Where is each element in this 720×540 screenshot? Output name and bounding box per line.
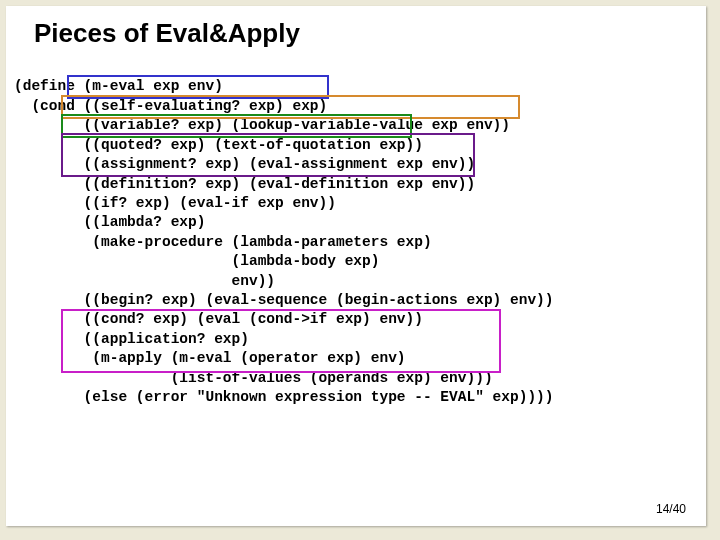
highlight-assign-def (61, 133, 475, 177)
code-line: ((if? exp) (eval-if exp env)) (14, 195, 336, 211)
code-line: (lambda-body exp) (14, 253, 379, 269)
code-line: (else (error "Unknown expression type --… (14, 389, 554, 405)
slide: Pieces of Eval&Apply (define (m-eval exp… (6, 6, 706, 526)
slide-title: Pieces of Eval&Apply (6, 6, 706, 55)
code-line: (make-procedure (lambda-parameters exp) (14, 234, 432, 250)
highlight-application (61, 309, 501, 373)
code-line: ((definition? exp) (eval-definition exp … (14, 176, 475, 192)
page-number: 14/40 (656, 502, 686, 516)
code-line: env)) (14, 273, 275, 289)
code-line: ((lambda? exp) (14, 214, 205, 230)
code-line: ((begin? exp) (eval-sequence (begin-acti… (14, 292, 554, 308)
